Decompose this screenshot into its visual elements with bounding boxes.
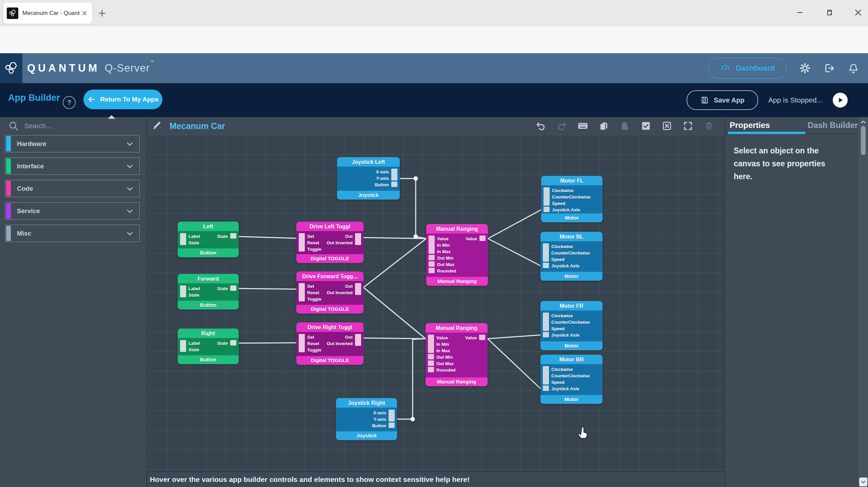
delete-trash-icon[interactable] (704, 120, 714, 131)
trademark: ™ (150, 59, 154, 64)
wire[interactable] (363, 287, 426, 339)
port-connectors[interactable] (230, 340, 236, 345)
node-canvas[interactable]: Joystick LeftX-axisY-axisButtonJoystickJ… (147, 135, 725, 471)
deselect-all-icon[interactable] (662, 120, 672, 131)
scrollbar-thumb[interactable] (861, 126, 866, 155)
close-icon[interactable] (853, 7, 863, 18)
node-toggle-right[interactable]: Drive Right TogglSetResetToggleOutOut In… (296, 322, 363, 365)
save-label: Save App (714, 96, 744, 104)
minimize-icon[interactable] (795, 7, 805, 18)
node-toggle-forward[interactable]: Drive Forward Togg...SetResetToggleOutOu… (296, 271, 363, 314)
port-connectors[interactable] (355, 283, 361, 295)
node-type-label: Button (178, 248, 239, 257)
select-all-icon[interactable] (640, 120, 651, 131)
port-connectors[interactable] (389, 410, 395, 428)
node-button-left[interactable]: LeftLabelStateStateButton (178, 222, 239, 257)
wire[interactable] (239, 288, 296, 289)
node-type-label: Manual Ranging (426, 277, 488, 286)
properties-panel: Properties Dash Builder Select an object… (725, 117, 859, 487)
port-connectors[interactable] (543, 313, 549, 337)
port-labels: X-axisY-axisButton (372, 410, 386, 429)
wire[interactable] (397, 339, 426, 419)
sidebar-item-hardware[interactable]: Hardware (5, 135, 140, 152)
edit-pencil-icon[interactable] (152, 120, 162, 132)
wire[interactable] (400, 179, 426, 239)
logout-icon[interactable] (823, 62, 835, 74)
tab-properties[interactable]: Properties (730, 120, 770, 130)
product-name: Q-Server™ (104, 62, 154, 74)
port-labels: LabelState (189, 233, 200, 246)
port-connectors[interactable] (180, 233, 186, 245)
wire[interactable] (239, 237, 296, 238)
component-search[interactable]: Search... (8, 120, 52, 131)
paste-icon[interactable] (619, 120, 630, 131)
browser-tabbar: Mecanum Car - Quantum (0, 0, 868, 26)
node-joystick-right[interactable]: Joystick RightX-axisY-axisButtonJoystick (336, 398, 397, 440)
sidebar-scroll-up-icon[interactable] (108, 115, 115, 119)
node-ranging-bottom[interactable]: Manual RangingValueIn MinIn MaxOut MinOu… (426, 323, 488, 386)
node-type-label: Manual Ranging (426, 377, 488, 386)
dashboard-button[interactable]: Dashboard (708, 58, 787, 79)
search-placeholder: Search... (24, 122, 52, 130)
play-button[interactable] (833, 93, 848, 108)
port-connectors[interactable] (230, 285, 236, 291)
node-type-label: Digital TOGGLE (296, 305, 363, 314)
wire[interactable] (239, 343, 296, 343)
port-connectors[interactable] (544, 187, 550, 212)
port-labels: State (217, 233, 228, 240)
port-connectors[interactable] (180, 340, 186, 352)
notifications-bell-icon[interactable] (848, 62, 859, 74)
category-color-stripe (6, 226, 11, 241)
port-connectors[interactable] (479, 335, 485, 340)
return-to-my-apps-button[interactable]: Return To My Apps (83, 90, 162, 109)
fullscreen-icon[interactable] (683, 120, 693, 131)
node-motor-fr[interactable]: Motor FRClockwiseCounterClockwiseSpeedJo… (540, 301, 603, 350)
wire[interactable] (488, 210, 541, 239)
port-connectors[interactable] (299, 334, 305, 352)
node-motor-fl[interactable]: Motor FLClockwiseCounterClockwiseSpeedJo… (541, 176, 603, 222)
port-connectors[interactable] (429, 236, 435, 273)
sidebar-item-service[interactable]: Service (5, 202, 140, 220)
port-connectors[interactable] (355, 233, 361, 245)
port-connectors[interactable] (479, 236, 486, 241)
node-toggle-left[interactable]: Drive Left TogglSetResetToggleOutOut Inv… (296, 222, 363, 263)
tab-close-icon[interactable] (80, 9, 89, 18)
scroll-down-icon[interactable] (859, 477, 867, 486)
port-connectors[interactable] (543, 243, 549, 268)
node-motor-bl[interactable]: Motor BLClockwiseCounterClockwiseSpeedJo… (540, 232, 603, 281)
save-app-button[interactable]: Save App (687, 90, 758, 110)
port-connectors[interactable] (299, 283, 305, 301)
wire[interactable] (488, 335, 540, 339)
node-type-label: Motor (540, 341, 603, 350)
sidebar-item-misc[interactable]: Misc (5, 225, 140, 242)
redo-icon[interactable] (556, 120, 567, 131)
browser-tab[interactable]: Mecanum Car - Quantum (3, 3, 92, 24)
port-connectors[interactable] (299, 233, 305, 251)
restore-icon[interactable] (824, 7, 834, 18)
port-connectors[interactable] (428, 335, 434, 372)
sidebar-item-interface[interactable]: Interface (5, 157, 140, 175)
port-connectors[interactable] (230, 233, 236, 239)
port-connectors[interactable] (543, 366, 549, 391)
page-scrollbar[interactable] (859, 117, 868, 487)
copy-icon[interactable] (598, 120, 609, 131)
settings-gear-icon[interactable] (799, 62, 811, 74)
node-button-right[interactable]: RightLabelStateStateButton (178, 329, 239, 364)
node-ranging-top[interactable]: Manual RangingValueIn MinIn MaxOut MinOu… (426, 224, 488, 286)
sidebar-item-code[interactable]: Code (5, 180, 140, 197)
help-icon[interactable]: ? (63, 96, 76, 109)
port-connectors[interactable] (391, 169, 397, 187)
keyboard-icon[interactable] (577, 120, 588, 131)
tab-dash-builder[interactable]: Dash Builder (808, 120, 858, 130)
wire[interactable] (363, 239, 426, 287)
wire[interactable] (488, 339, 540, 389)
wire[interactable] (363, 338, 426, 339)
new-tab-icon[interactable] (97, 8, 107, 18)
port-connectors[interactable] (355, 334, 361, 346)
undo-icon[interactable] (535, 120, 546, 131)
node-button-forward[interactable]: ForwardLabelStateStateButton (178, 274, 239, 310)
port-connectors[interactable] (180, 285, 186, 297)
node-motor-br[interactable]: Motor BRClockwiseCounterClockwiseSpeedJo… (540, 355, 603, 404)
node-joystick-left[interactable]: Joystick LeftX-axisY-axisButtonJoystick (337, 157, 400, 200)
wire[interactable] (488, 239, 540, 266)
